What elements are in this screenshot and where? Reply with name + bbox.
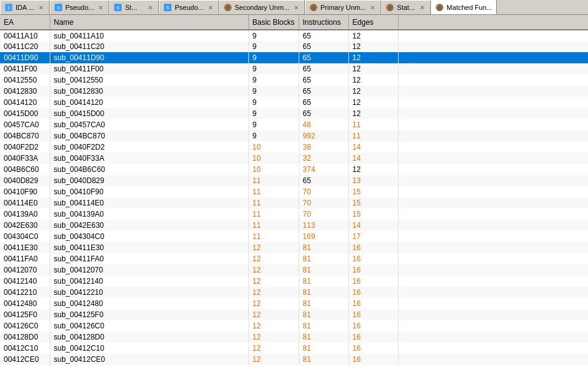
table-row[interactable]: 004304C0sub_004304C01116917 [0,231,588,242]
table-row[interactable]: 004114E0sub_004114E0117015 [0,197,588,209]
cell-extra [398,343,588,354]
table-row[interactable]: 00411F00sub_00411F0096512 [0,63,588,74]
cell-instr: 81 [299,253,348,264]
cell-instr: 38 [299,142,348,153]
table-row[interactable]: 00412140sub_00412140128116 [0,276,588,287]
table-row[interactable]: 00412C10sub_00412C10128116 [0,343,588,354]
table-row[interactable]: 004B6C60sub_004B6C601037412 [0,164,588,175]
cell-name: sub_00412140 [50,276,248,287]
table-row[interactable]: 00412830sub_0041283096512 [0,86,588,97]
table-row[interactable]: 004128D0sub_004128D0128116 [0,331,588,343]
table-row[interactable]: 00411E30sub_00411E30128116 [0,242,588,253]
tab-st[interactable]: SSt...✕ [109,0,159,14]
cell-ea: 00411E30 [0,242,50,253]
cell-instr: 70 [299,197,348,209]
cell-instr: 65 [299,41,348,52]
cell-extra [398,186,588,197]
cell-edges: 16 [348,287,398,298]
col-header-name[interactable]: Name [50,15,248,30]
tab-pseudo2[interactable]: SPseudo...✕ [159,0,219,14]
col-header-edges[interactable]: Edges [348,15,398,30]
cell-bb: 9 [248,119,299,130]
col-header-bb[interactable]: Basic Blocks [248,15,299,30]
cell-name: sub_004304C0 [50,231,248,242]
cell-extra [398,119,588,130]
table-row[interactable]: 00411FA0sub_00411FA0128116 [0,253,588,264]
table-row[interactable]: 00411C20sub_00411C2096512 [0,41,588,52]
table-row[interactable]: 00412480sub_00412480128116 [0,298,588,309]
cell-name: sub_004114E0 [50,197,248,209]
table-row[interactable]: 0040F33Asub_0040F33A103214 [0,153,588,164]
svg-text:S: S [117,5,120,11]
cell-bb: 9 [248,52,299,63]
cell-bb: 12 [248,354,299,365]
col-header-instr[interactable]: Instructions [299,15,348,30]
person-icon: 👤 [224,3,232,12]
tab-matched[interactable]: 👤Matched Fun... [431,0,496,14]
cell-edges: 16 [348,253,398,264]
table-row[interactable]: 00412210sub_00412210128116 [0,287,588,298]
table-row[interactable]: 00411A10sub_00411A1096512 [0,30,588,41]
table-row[interactable]: 0040D829sub_0040D829116513 [0,175,588,186]
cell-ea: 004BC870 [0,130,50,142]
cell-bb: 10 [248,153,299,164]
cell-name: sub_00411D90 [50,52,248,63]
person-icon: 👤 [435,3,444,12]
table-row[interactable]: 004126C0sub_004126C0128116 [0,320,588,331]
tab-close-stat[interactable]: ✕ [418,3,427,12]
tab-pseudo1[interactable]: SPseudo...✕ [50,0,109,14]
cell-edges: 17 [348,231,398,242]
table-row[interactable]: 00412CE0sub_00412CE0128116 [0,354,588,365]
tab-label-st: St... [125,4,137,11]
cell-extra [398,175,588,186]
cell-extra [398,52,588,63]
svg-text:S: S [166,5,170,11]
table-row[interactable]: 00412550sub_0041255096512 [0,74,588,86]
cell-instr: 32 [299,153,348,164]
cell-bb: 11 [248,186,299,197]
cell-instr: 81 [299,354,348,365]
table-row[interactable]: 0042E630sub_0042E6301111314 [0,220,588,231]
table-row[interactable]: 004125F0sub_004125F0128116 [0,309,588,320]
tab-label-stat: Stat... [397,4,415,11]
cell-name: sub_004139A0 [50,209,248,220]
tab-close-st[interactable]: ✕ [146,3,155,12]
table-row[interactable]: 0040F2D2sub_0040F2D2103814 [0,142,588,153]
table-row[interactable]: 00412070sub_00412070128116 [0,264,588,276]
table-row[interactable]: 004BC870sub_004BC870999211 [0,130,588,142]
cell-bb: 12 [248,320,299,331]
table-row[interactable]: 004139A0sub_004139A0117015 [0,209,588,220]
tab-primary[interactable]: 👤Primary Unm...✕ [305,0,381,14]
cell-ea: 00411F00 [0,63,50,74]
cell-name: sub_00411F00 [50,63,248,74]
cell-name: sub_00412210 [50,287,248,298]
tab-close-pseudo1[interactable]: ✕ [96,3,105,12]
tab-label-matched: Matched Fun... [446,4,492,11]
tab-close-ida[interactable]: ✕ [37,3,45,12]
cell-ea: 00412550 [0,74,50,86]
table-row[interactable]: 00414120sub_0041412096512 [0,97,588,108]
cell-name: sub_00412830 [50,86,248,97]
cell-name: sub_004BC870 [50,130,248,142]
cell-edges: 12 [348,52,398,63]
tab-close-pseudo2[interactable]: ✕ [206,3,215,12]
cell-edges: 15 [348,209,398,220]
cell-extra [398,108,588,119]
table-row[interactable]: 00410F90sub_00410F90117015 [0,186,588,197]
tab-label-pseudo1: Pseudo... [65,4,94,11]
svg-text:I: I [8,5,9,11]
cell-ea: 00412480 [0,298,50,309]
table-row[interactable]: 00411D90sub_00411D9096512 [0,52,588,63]
col-header-ea[interactable]: EA [0,15,50,30]
cell-instr: 81 [299,298,348,309]
tab-close-secondary[interactable]: ✕ [292,3,301,12]
tab-secondary[interactable]: 👤Secondary Unm...✕ [219,0,305,14]
table-row[interactable]: 00457CA0sub_00457CA094811 [0,119,588,130]
cell-bb: 9 [248,97,299,108]
tab-close-primary[interactable]: ✕ [368,3,377,12]
tab-ida[interactable]: IIDA ...✕ [0,0,50,14]
table-row[interactable]: 00415D00sub_00415D0096512 [0,108,588,119]
tab-stat[interactable]: 👤Stat...✕ [381,0,431,14]
cell-extra [398,30,588,41]
data-table: EANameBasic BlocksInstructionsEdges 0041… [0,15,588,365]
